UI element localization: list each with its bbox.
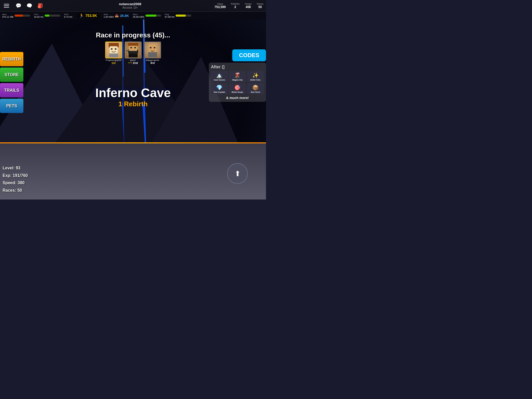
better-hoops-label: Better Hoops — [232, 91, 243, 93]
svg-rect-8 — [130, 47, 132, 48]
speech-icon[interactable]: 🗨️ — [25, 1, 34, 10]
steps-label: Steps — [217, 3, 223, 5]
racer-second-place: 2nd — [133, 61, 138, 64]
update-grid: 🏔️ Cave Course 🌋 Magma City ✨ Better Orb… — [211, 71, 264, 94]
update-new-chest[interactable]: 📦 New Chest — [247, 83, 264, 94]
ping-label: Ping — [165, 13, 175, 16]
menu-line-3 — [4, 7, 9, 8]
racer-second-avatar — [125, 42, 142, 58]
speed-display: 🏃 753.5K — [76, 13, 100, 19]
jump-button[interactable]: ⬆ — [227, 163, 248, 184]
rebirth-button[interactable]: REBIRTH — [0, 52, 23, 66]
svg-rect-9 — [134, 47, 136, 48]
rebirths-label: Rebirths — [231, 3, 240, 5]
races-label: Races — [257, 3, 263, 5]
cpu-perf: CPU 16.82 ms — [34, 13, 60, 18]
update-better-hoops[interactable]: 🎯 Better Hoops — [229, 83, 246, 94]
racer-third: dhgegsrogr4dr 3rd — [143, 42, 162, 64]
new-chest-icon: 📦 — [252, 84, 259, 91]
new-chest-label: New Chest — [251, 91, 260, 93]
mem-bar-fill — [15, 15, 23, 17]
update-better-orbs[interactable]: ✨ Better Orbs — [247, 71, 264, 82]
race-leaderboard: Progamerguy500 1st gazo1 ✦✦ — [104, 42, 162, 64]
racer-second: gazo1 ✦✦ 2nd — [124, 42, 142, 64]
svg-rect-14 — [154, 47, 155, 48]
steps-stat: Steps 753,599 — [215, 3, 226, 9]
magma-city-label: Magma City — [232, 79, 242, 81]
race-header: Race in progress (45)... — [0, 31, 266, 39]
hoops-label: Hoops — [245, 3, 251, 5]
svg-rect-4 — [109, 54, 118, 57]
racer-first-avatar — [105, 42, 122, 58]
racer-first-place: 1st — [111, 61, 116, 64]
rebirths-stat: Rebirths 2 — [231, 3, 240, 9]
player-info: nolancan2008 Account: 13+ — [46, 2, 215, 9]
store-button[interactable]: STORE — [0, 68, 23, 82]
speed-num: 753.5K — [85, 14, 97, 18]
pets-button[interactable]: PETS — [0, 99, 23, 113]
racer-first-face — [107, 42, 121, 58]
ping-value: 67.98 ms — [165, 16, 175, 18]
ping-perf: Ping 67.98 ms — [165, 13, 191, 18]
exp-stat: Exp: 191/760 — [3, 172, 28, 179]
cpu-value: 16.82 ms — [34, 16, 44, 18]
racer-first: Progamerguy500 1st — [104, 42, 123, 64]
ping-bar — [176, 15, 191, 17]
perf-bar: Mem 375.11 MB CPU 16.82 ms GPU 9.73 ms 🏃… — [0, 12, 266, 19]
racer-second-face — [126, 42, 140, 58]
racer-third-face — [145, 42, 160, 58]
recv-label: Recv — [133, 13, 144, 16]
recv-value: 35.96 KB/s — [133, 16, 144, 18]
races-stat: Races 50 — [257, 3, 263, 9]
player-name: nolancan2008 — [119, 2, 141, 6]
racer-third-place: 3rd — [150, 61, 155, 64]
racer-third-avatar — [144, 42, 161, 58]
new-crystals-icon: 💎 — [216, 84, 223, 91]
codes-button[interactable]: CODES — [232, 49, 266, 61]
backpack-icon[interactable]: 🎒 — [36, 1, 45, 10]
recv-perf: Recv 35.96 KB/s — [133, 13, 161, 18]
rebirths-value: 2 — [234, 5, 236, 9]
after-title: After (] — [211, 65, 264, 69]
hoops-stat: Hoops 408 — [245, 3, 251, 9]
menu-button[interactable] — [1, 1, 12, 11]
sent-perf: Sent 1.93 KB/s 📤 26.8K — [104, 13, 129, 18]
sent-value: 26.8K — [120, 14, 129, 18]
chat-icon[interactable]: 💬 — [14, 1, 23, 10]
mem-bar — [15, 15, 30, 17]
trails-button[interactable]: TRAILS — [0, 83, 23, 97]
steps-value: 753,599 — [215, 5, 226, 9]
svg-rect-5 — [128, 43, 138, 46]
update-magma-city[interactable]: 🌋 Magma City — [229, 71, 246, 82]
level-stat: Level: 93 — [3, 164, 28, 172]
right-panel: CODES After (] 🏔️ Cave Course 🌋 Magma Ci… — [209, 49, 266, 102]
cpu-label: CPU — [34, 13, 44, 16]
after-panel: After (] 🏔️ Cave Course 🌋 Magma City ✨ B… — [209, 63, 266, 102]
svg-rect-10 — [129, 54, 138, 57]
cave-title: Inferno Cave 1 Rebirth — [95, 86, 171, 108]
update-new-crystals[interactable]: 💎 New Crystals — [211, 83, 228, 94]
sent-label: Sent — [104, 13, 114, 16]
better-orbs-label: Better Orbs — [250, 79, 261, 81]
racer-third-name: dhgegsrogr4dr — [146, 59, 159, 61]
better-orbs-icon: ✨ — [252, 72, 259, 78]
sent-display: 📤 26.8K — [115, 14, 129, 18]
menu-line-1 — [4, 4, 9, 4]
much-more-text: & much more! — [211, 96, 264, 100]
jump-arrow-icon: ⬆ — [235, 169, 241, 178]
ping-bar-fill — [176, 15, 186, 17]
svg-rect-7 — [129, 46, 137, 51]
races-bottom-stat: Races: 50 — [3, 187, 28, 194]
ground-line — [0, 142, 266, 143]
svg-rect-3 — [115, 48, 116, 50]
gpu-perf: GPU 9.73 ms — [64, 13, 72, 18]
update-cave-course[interactable]: 🏔️ Cave Course — [211, 71, 228, 82]
race-title: Race in progress (45)... — [0, 31, 266, 39]
bottom-stats: Level: 93 Exp: 191/760 Speed: 380 Races:… — [3, 164, 28, 194]
hoops-value: 408 — [245, 5, 251, 9]
player-account: Account: 13+ — [122, 6, 138, 9]
recv-bar-fill — [145, 15, 156, 17]
mem-label: Mem — [2, 13, 14, 16]
menu-line-2 — [4, 5, 9, 6]
racer-second-name: gazo1 — [130, 59, 136, 61]
